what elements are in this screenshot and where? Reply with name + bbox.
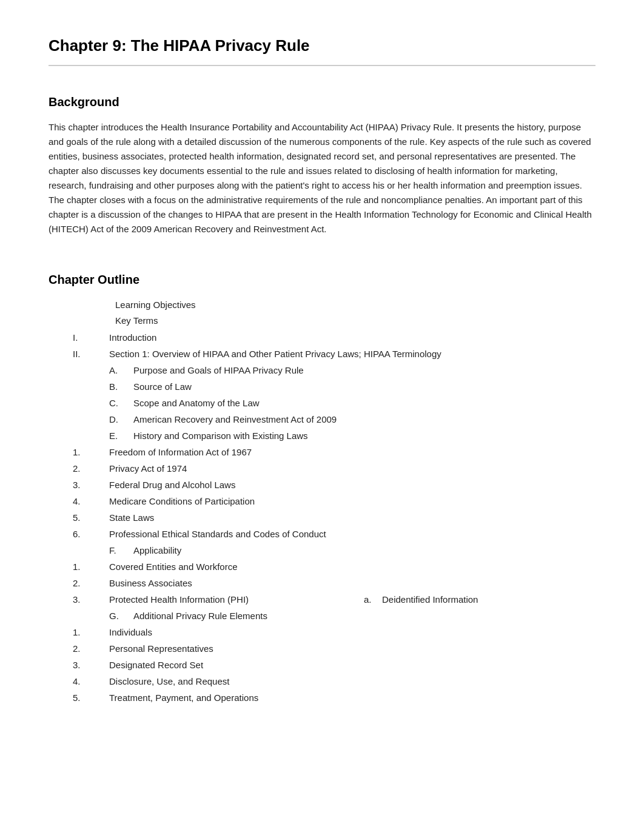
num: C. xyxy=(109,396,133,411)
outline-item-G2: 2. Personal Representatives xyxy=(49,642,595,656)
chapter-title: Chapter 9: The HIPAA Privacy Rule xyxy=(49,36,595,66)
num: I. xyxy=(73,330,109,345)
label: Personal Representatives xyxy=(109,642,213,656)
label: Federal Drug and Alcohol Laws xyxy=(109,478,235,492)
label: Scope and Anatomy of the Law xyxy=(133,396,260,411)
num: E. xyxy=(109,429,133,443)
outline-item-I: I. Introduction xyxy=(49,330,595,345)
label: Privacy Act of 1974 xyxy=(109,461,187,476)
num: 1. xyxy=(73,445,109,460)
sub-label-a: Deidentified Information xyxy=(382,592,478,607)
outline-item-G4: 4. Disclosure, Use, and Request xyxy=(49,674,595,689)
label: State Laws xyxy=(109,511,154,525)
num: 4. xyxy=(73,674,109,689)
num: 5. xyxy=(73,691,109,705)
outline-item-F2: 2. Business Associates xyxy=(49,576,595,591)
outline-item-3: 3. Federal Drug and Alcohol Laws xyxy=(49,478,595,492)
label: Section 1: Overview of HIPAA and Other P… xyxy=(109,347,441,361)
label: Introduction xyxy=(109,330,156,345)
num: 2. xyxy=(73,576,109,591)
label: Source of Law xyxy=(133,380,192,394)
label: Business Associates xyxy=(109,576,192,591)
num: A. xyxy=(109,363,133,378)
label: Treatment, Payment, and Operations xyxy=(109,691,258,705)
num: 3. xyxy=(73,658,109,672)
outline-item-4: 4. Medicare Conditions of Participation xyxy=(49,494,595,509)
num: 2. xyxy=(73,461,109,476)
label: Freedom of Information Act of 1967 xyxy=(109,445,252,460)
label: Individuals xyxy=(109,625,152,640)
background-section: Background This chapter introduces the H… xyxy=(49,95,595,236)
label: American Recovery and Reinvestment Act o… xyxy=(133,412,337,427)
num: F. xyxy=(109,543,133,558)
label: Additional Privacy Rule Elements xyxy=(133,609,267,623)
outline-item-G1: 1. Individuals xyxy=(49,625,595,640)
num: 2. xyxy=(73,642,109,656)
outline-section: Chapter Outline Learning Objectives Key … xyxy=(49,273,595,705)
sub-num-a: a. xyxy=(364,592,382,607)
pre-item-key-terms: Key Terms xyxy=(115,314,595,328)
outline-item-G: G. Additional Privacy Rule Elements xyxy=(49,609,595,623)
outline-item-5: 5. State Laws xyxy=(49,511,595,525)
outline-item-E: E. History and Comparison with Existing … xyxy=(49,429,595,443)
label: Professional Ethical Standards and Codes… xyxy=(109,527,326,542)
background-heading: Background xyxy=(49,95,595,109)
outline-item-II: II. Section 1: Overview of HIPAA and Oth… xyxy=(49,347,595,361)
num: 1. xyxy=(73,560,109,574)
label: History and Comparison with Existing Law… xyxy=(133,429,308,443)
label: Disclosure, Use, and Request xyxy=(109,674,229,689)
label: Designated Record Set xyxy=(109,658,203,672)
outline-body: I. Introduction II. Section 1: Overview … xyxy=(49,330,595,705)
outline-item-B: B. Source of Law xyxy=(49,380,595,394)
num: 3. xyxy=(73,478,109,492)
num: 3. xyxy=(73,592,109,607)
label: Protected Health Information (PHI) xyxy=(109,592,249,607)
num: G. xyxy=(109,609,133,623)
outline-item-6: 6. Professional Ethical Standards and Co… xyxy=(49,527,595,542)
label: Applicability xyxy=(133,543,181,558)
num: 6. xyxy=(73,527,109,542)
num: II. xyxy=(73,347,109,361)
outline-item-A: A. Purpose and Goals of HIPAA Privacy Ru… xyxy=(49,363,595,378)
num: 5. xyxy=(73,511,109,525)
num: 4. xyxy=(73,494,109,509)
pre-items: Learning Objectives Key Terms xyxy=(49,298,595,328)
outline-item-G5: 5. Treatment, Payment, and Operations xyxy=(49,691,595,705)
outline-item-2: 2. Privacy Act of 1974 xyxy=(49,461,595,476)
background-text: This chapter introduces the Health Insur… xyxy=(49,120,595,236)
outline-item-F: F. Applicability xyxy=(49,543,595,558)
outline-item-G3: 3. Designated Record Set xyxy=(49,658,595,672)
outline-item-1: 1. Freedom of Information Act of 1967 xyxy=(49,445,595,460)
label: Purpose and Goals of HIPAA Privacy Rule xyxy=(133,363,304,378)
outline-heading: Chapter Outline xyxy=(49,273,595,287)
outline-item-D: D. American Recovery and Reinvestment Ac… xyxy=(49,412,595,427)
num: D. xyxy=(109,412,133,427)
outline-item-C: C. Scope and Anatomy of the Law xyxy=(49,396,595,411)
num: 1. xyxy=(73,625,109,640)
label: Covered Entities and Workforce xyxy=(109,560,238,574)
label: Medicare Conditions of Participation xyxy=(109,494,255,509)
outline-item-F3-row: 3. Protected Health Information (PHI) a.… xyxy=(49,592,595,607)
num: B. xyxy=(109,380,133,394)
pre-item-learning: Learning Objectives xyxy=(115,298,595,312)
outline-item-F1: 1. Covered Entities and Workforce xyxy=(49,560,595,574)
